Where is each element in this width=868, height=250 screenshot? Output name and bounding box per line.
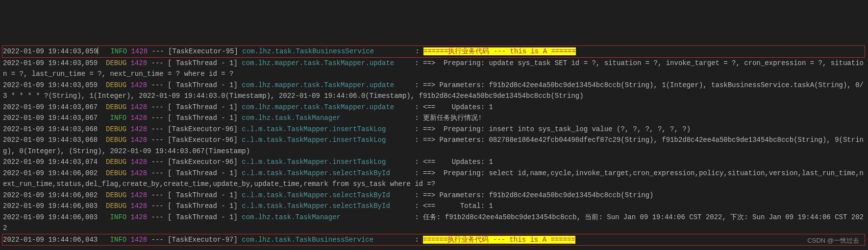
log-output: 2022-01-09 19:44:03,059 INFO 1428 --- [T… bbox=[3, 45, 865, 246]
log-pid: 1428 bbox=[130, 114, 147, 122]
log-level: DEBUG bbox=[106, 191, 126, 199]
log-line: 2022-01-09 19:44:03,068 DEBUG 1428 --- [… bbox=[3, 124, 865, 135]
log-timestamp: 2022-01-09 19:44:03,067 bbox=[3, 103, 98, 111]
log-line: 2022-01-09 19:44:03,067 DEBUG 1428 --- [… bbox=[3, 102, 865, 113]
log-thread: [TaskExecutor-96] bbox=[168, 158, 238, 166]
log-thread: [TaskExecutor-96] bbox=[168, 125, 238, 133]
log-thread: [ TaskThread - 1] bbox=[168, 103, 238, 111]
log-level: DEBUG bbox=[106, 125, 126, 133]
log-pid: 1428 bbox=[130, 191, 147, 199]
log-thread: [ TaskThread - 1] bbox=[168, 213, 238, 221]
log-timestamp: 2022-01-09 19:44:03,068 bbox=[3, 125, 98, 133]
log-message: ==> Parameters: f91b2d8c42ee4a50bc9de134… bbox=[423, 191, 653, 199]
log-logger: com.lhz.task.TaskManager bbox=[242, 114, 410, 122]
log-level: DEBUG bbox=[106, 103, 126, 111]
log-level: INFO bbox=[106, 47, 127, 55]
log-message: <== Updates: 1 bbox=[423, 158, 493, 166]
log-level: DEBUG bbox=[106, 158, 126, 166]
log-thread: [ TaskThread - 1] bbox=[168, 59, 238, 67]
log-logger: c.l.m.task.TaskMapper.selectTaskById bbox=[242, 191, 410, 199]
log-line: 2022-01-09 19:44:03,067 INFO 1428 --- [ … bbox=[3, 113, 865, 124]
log-line: 2022-01-09 19:44:06,003 DEBUG 1428 --- [… bbox=[3, 201, 865, 212]
log-level: DEBUG bbox=[106, 169, 126, 177]
log-logger: c.l.m.task.TaskMapper.selectTaskById bbox=[242, 169, 410, 177]
log-level: INFO bbox=[106, 213, 126, 221]
log-message: ==> Preparing: insert into sys_task_log … bbox=[423, 125, 691, 133]
log-pid: 1428 bbox=[130, 202, 147, 210]
log-timestamp: 2022-01-09 19:44:06,043 bbox=[3, 236, 98, 244]
log-pid: 1428 bbox=[130, 103, 147, 111]
log-line: 2022-01-09 19:44:06,003 INFO 1428 --- [ … bbox=[3, 212, 865, 234]
log-thread: [ TaskThread - 1] bbox=[168, 81, 238, 89]
log-thread: [ TaskThread - 1] bbox=[168, 202, 238, 210]
log-level: DEBUG bbox=[106, 136, 126, 144]
log-thread: [ TaskThread - 1] bbox=[168, 169, 238, 177]
log-pid: 1428 bbox=[130, 158, 147, 166]
log-line: 2022-01-09 19:44:03,059 DEBUG 1428 --- [… bbox=[3, 58, 865, 80]
log-line: 2022-01-09 19:44:03,068 DEBUG 1428 --- [… bbox=[3, 135, 865, 157]
log-level: DEBUG bbox=[106, 81, 126, 89]
log-timestamp: 2022-01-09 19:44:03,059 bbox=[3, 59, 98, 67]
log-timestamp: 2022-01-09 19:44:03,068 bbox=[3, 136, 98, 144]
log-thread: [TaskExecutor-96] bbox=[168, 136, 238, 144]
log-logger: com.lhz.mapper.task.TaskMapper.update bbox=[242, 81, 410, 89]
log-timestamp: 2022-01-09 19:44:06,002 bbox=[3, 169, 98, 177]
log-thread: [TaskExecutor-97] bbox=[168, 236, 238, 244]
log-message: ======执行业务代码 --- this is A ====== bbox=[423, 47, 576, 55]
log-line: 2022-01-09 19:44:06,002 DEBUG 1428 --- [… bbox=[3, 168, 865, 190]
log-timestamp: 2022-01-09 19:44:03,067 bbox=[3, 114, 98, 122]
log-logger: com.lhz.mapper.task.TaskMapper.update bbox=[242, 103, 410, 111]
log-logger: com.lhz.task.TaskBusinessService bbox=[242, 236, 410, 244]
log-thread: [ TaskThread - 1] bbox=[168, 114, 238, 122]
log-pid: 1428 bbox=[130, 125, 147, 133]
log-message: ======执行业务代码 --- this is A ====== bbox=[423, 236, 575, 244]
log-level: DEBUG bbox=[106, 202, 126, 210]
log-timestamp: 2022-01-09 19:44:06,003 bbox=[3, 202, 98, 210]
log-logger: c.l.m.task.TaskMapper.insertTaskLog bbox=[242, 136, 410, 144]
log-pid: 1428 bbox=[130, 59, 147, 67]
log-timestamp: 2022-01-09 19:44:03,059 bbox=[3, 81, 98, 89]
log-pid: 1428 bbox=[130, 81, 147, 89]
log-pid: 1428 bbox=[130, 169, 147, 177]
log-message: 更新任务执行情况! bbox=[423, 114, 482, 122]
log-timestamp: 2022-01-09 19:44:06,003 bbox=[3, 213, 98, 221]
log-pid: 1428 bbox=[130, 236, 147, 244]
text-caret bbox=[98, 47, 98, 54]
log-line: 2022-01-09 19:44:03,059 DEBUG 1428 --- [… bbox=[3, 80, 865, 102]
log-logger: com.lhz.task.TaskManager bbox=[242, 213, 410, 221]
log-line: 2022-01-09 19:44:03,074 DEBUG 1428 --- [… bbox=[3, 157, 865, 168]
log-level: DEBUG bbox=[106, 59, 126, 67]
log-level: INFO bbox=[106, 114, 126, 122]
log-message: <== Total: 1 bbox=[423, 202, 493, 210]
log-logger: com.lhz.mapper.task.TaskMapper.update bbox=[242, 59, 410, 67]
log-timestamp: 2022-01-09 19:44:06,002 bbox=[3, 191, 98, 199]
log-message: <== Updates: 1 bbox=[423, 103, 493, 111]
log-pid: 1428 bbox=[130, 213, 147, 221]
log-line: 2022-01-09 19:44:06,002 DEBUG 1428 --- [… bbox=[3, 190, 865, 201]
log-timestamp: 2022-01-09 19:44:03,059 bbox=[3, 47, 98, 55]
log-timestamp: 2022-01-09 19:44:03,074 bbox=[3, 158, 98, 166]
log-level: INFO bbox=[106, 236, 126, 244]
log-logger: c.l.m.task.TaskMapper.insertTaskLog bbox=[242, 125, 410, 133]
log-thread: [ TaskThread - 1] bbox=[168, 191, 238, 199]
log-line: 2022-01-09 19:44:06,043 INFO 1428 --- [T… bbox=[2, 234, 865, 246]
log-pid: 1428 bbox=[130, 136, 147, 144]
log-logger: com.lhz.task.TaskBusinessService bbox=[242, 47, 411, 55]
log-pid: 1428 bbox=[131, 47, 148, 55]
log-line: 2022-01-09 19:44:03,059 INFO 1428 --- [T… bbox=[2, 45, 865, 58]
watermark-text: CSDN @一恍过去 bbox=[807, 235, 859, 247]
log-thread: [TaskExecutor-95] bbox=[168, 47, 238, 55]
log-logger: c.l.m.task.TaskMapper.selectTaskById bbox=[242, 202, 410, 210]
log-logger: c.l.m.task.TaskMapper.insertTaskLog bbox=[242, 158, 410, 166]
